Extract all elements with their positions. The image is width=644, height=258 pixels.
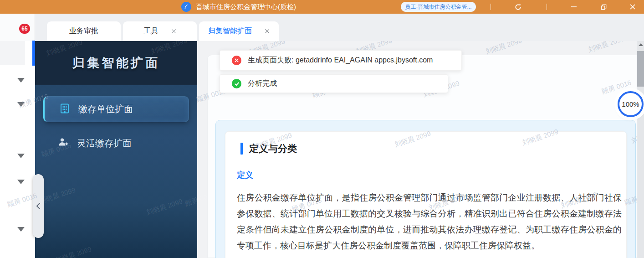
expand-arrow-icon[interactable] xyxy=(17,154,25,158)
sidebar-item-deposit-unit-expansion[interactable]: 缴存单位扩面 xyxy=(43,96,189,122)
sidebar-item-label: 缴存单位扩面 xyxy=(78,103,133,115)
scrollbar-thumb[interactable] xyxy=(637,51,644,87)
sidebar-item-label: 灵活缴存扩面 xyxy=(77,137,132,150)
titlebar: 晋城市住房公积金管理中心(质检) 员工-晋城市住房公积金管... xyxy=(0,0,644,14)
chevron-left-icon xyxy=(36,202,41,210)
tab-business-approval[interactable]: 业务审批 xyxy=(47,21,121,41)
person-plus-icon xyxy=(58,137,69,150)
main-content: 生成页面失败: getaddrinfo EAI_AGAIN appcs.jbys… xyxy=(197,41,644,258)
tab-label: 业务审批 xyxy=(69,26,98,36)
expand-arrow-icon[interactable] xyxy=(17,180,25,184)
sidebar-title: 归集智能扩面 xyxy=(72,55,160,71)
toast-success: 分析完成 xyxy=(220,74,448,93)
tab-label: 归集智能扩面 xyxy=(208,26,252,36)
notification-badge: 65 xyxy=(19,24,30,34)
expand-arrow-icon[interactable] xyxy=(17,102,25,107)
definition-paragraph: 住房公积金缴存单位扩面，是指住房公积金管理部门通过市场监管部门企业注册数据、人社… xyxy=(237,190,622,253)
window-title: 晋城市住房公积金管理中心(质检) xyxy=(196,0,296,14)
section-header: 定义与分类 xyxy=(240,142,626,155)
tab-collection-smart-expansion[interactable]: 归集智能扩面 xyxy=(199,21,279,41)
tab-label: 工具 xyxy=(144,26,158,36)
gutter-block xyxy=(0,41,25,65)
minimize-button[interactable] xyxy=(567,0,581,14)
titlebar-separator xyxy=(547,4,547,10)
close-window-button[interactable] xyxy=(626,0,639,14)
subsection-title: 定义 xyxy=(237,170,626,181)
vertical-scrollbar[interactable] xyxy=(637,41,644,258)
tab-strip: 65 业务审批 工具 归集智能扩面 xyxy=(0,14,644,41)
sidebar: 归集智能扩面 缴存单位扩面 灵活缴存扩面 xyxy=(35,41,197,258)
restore-button[interactable] xyxy=(597,0,610,14)
building-icon xyxy=(59,103,70,116)
section-accent-bar xyxy=(240,143,243,155)
result-card: 定义与分类 定义 住房公积金缴存单位扩面，是指住房公积金管理部门通过市场监管部门… xyxy=(225,131,627,258)
progress-indicator: 100% xyxy=(618,91,644,117)
user-badge[interactable]: 员工-晋城市住房公积金管... xyxy=(401,2,476,12)
expand-arrow-icon[interactable] xyxy=(17,78,25,83)
app-logo-icon xyxy=(181,2,191,12)
progress-value: 100% xyxy=(622,100,639,108)
close-tab-icon[interactable] xyxy=(171,29,176,34)
toast-message: 生成页面失败: getaddrinfo EAI_AGAIN appcs.jbys… xyxy=(248,56,433,65)
scroll-up-button[interactable] xyxy=(637,41,644,48)
section-title: 定义与分类 xyxy=(249,142,297,155)
titlebar-separator xyxy=(491,4,491,10)
refresh-button[interactable] xyxy=(511,0,525,14)
toast-message: 分析完成 xyxy=(248,79,277,88)
gutter-scrollbar-thumb[interactable] xyxy=(32,41,35,66)
sidebar-item-flexible-deposit-expansion[interactable]: 灵活缴存扩面 xyxy=(43,131,189,155)
toast-error: 生成页面失败: getaddrinfo EAI_AGAIN appcs.jbys… xyxy=(220,50,462,71)
expand-arrow-icon[interactable] xyxy=(17,227,25,232)
tab-tools[interactable]: 工具 xyxy=(123,21,197,41)
error-icon xyxy=(232,56,241,65)
result-card-outer: 定义与分类 定义 住房公积金缴存单位扩面，是指住房公积金管理部门通过市场监管部门… xyxy=(215,120,636,258)
arrow-up-icon xyxy=(639,43,643,46)
sidebar-collapse-handle[interactable] xyxy=(33,174,44,238)
close-tab-icon[interactable] xyxy=(265,29,270,34)
success-icon xyxy=(232,79,241,88)
sidebar-header: 归集智能扩面 xyxy=(35,41,197,85)
left-gutter xyxy=(0,41,35,258)
